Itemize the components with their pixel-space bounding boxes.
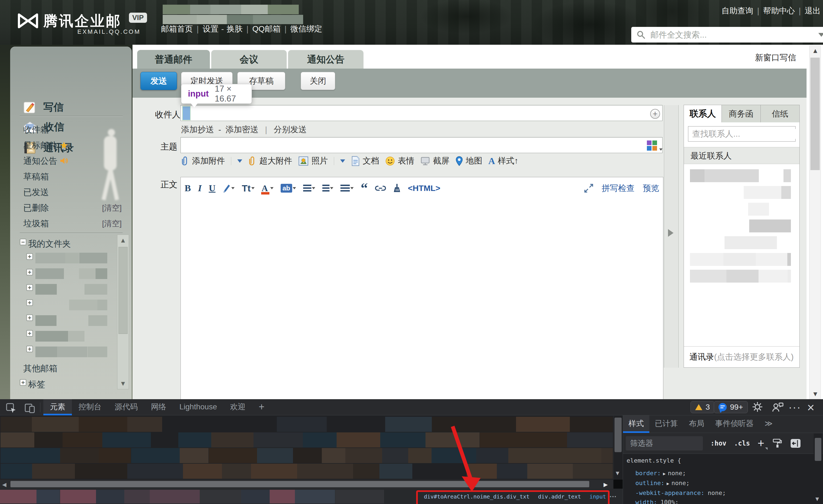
add-attachment-button[interactable]: 添加附件 [181, 155, 225, 167]
devtools-settings-icon[interactable] [752, 401, 763, 412]
font-size-button[interactable]: Tt [242, 183, 254, 194]
tab-meeting[interactable]: 会议 [211, 50, 287, 68]
css-rule-width[interactable]: width:100%; [635, 499, 679, 504]
tab-styles[interactable]: 样式 [623, 415, 649, 433]
expand-folder-icon[interactable]: + [26, 330, 33, 337]
link-logout[interactable]: 退出 [805, 5, 821, 16]
tab-lighthouse[interactable]: Lighthouse [173, 399, 223, 415]
subject-input[interactable] [180, 137, 663, 153]
hov-toggle[interactable]: :hov [710, 440, 726, 447]
sidebar-item-my-folders[interactable]: 我的文件夹 [28, 238, 71, 250]
new-style-rule-button[interactable]: + [758, 438, 765, 449]
css-rule-outline[interactable]: outline:▶none; [635, 480, 690, 486]
sidebar-item-deleted[interactable]: 已删除 [23, 202, 49, 214]
expand-folder-icon[interactable]: + [26, 284, 33, 291]
stationery-tab[interactable]: 信纸 [761, 105, 800, 123]
feedback-icon[interactable] [772, 402, 784, 412]
align-button[interactable] [303, 185, 315, 192]
clear-junk-button[interactable]: [清空] [102, 218, 122, 229]
add-cc-link[interactable]: 添加抄送 [181, 124, 214, 135]
sidebar-item-notice[interactable]: 通知公告 [23, 155, 68, 167]
dom-scroll-down-icon[interactable]: ▼ [615, 470, 621, 477]
expand-folder-icon[interactable]: + [26, 314, 33, 321]
dom-hscroll-thumb[interactable] [10, 481, 589, 487]
expand-folder-icon[interactable]: + [26, 269, 33, 276]
tab-normal-mail[interactable]: 普通邮件 [137, 50, 210, 68]
messages-badge[interactable]: 99+ [714, 401, 748, 413]
italic-button[interactable]: I [198, 183, 202, 193]
devtools-close-icon[interactable]: × [807, 400, 815, 415]
close-button[interactable]: 关闭 [301, 72, 335, 90]
attachment-dropdown-icon[interactable] [237, 159, 242, 163]
indent-button[interactable] [340, 185, 354, 192]
large-attachment-button[interactable]: 超大附件 [248, 155, 292, 167]
sidebar-item-drafts[interactable]: 草稿箱 [23, 171, 49, 182]
list-button[interactable] [322, 185, 333, 192]
pen-style-button[interactable] [222, 184, 234, 193]
nav-settings[interactable]: 设置 [203, 24, 219, 35]
tab-computed[interactable]: 已计算 [649, 415, 683, 433]
contacts-tab[interactable]: 联系人 [684, 105, 722, 123]
document-button[interactable]: 文档 [351, 155, 379, 167]
new-devtools-tab-button[interactable]: + [252, 399, 271, 415]
mail-search-input[interactable] [650, 30, 814, 40]
page-scroll-down-icon[interactable]: ▼ [810, 390, 821, 398]
blockquote-button[interactable]: “ [361, 184, 368, 192]
add-recipient-button[interactable]: + [650, 109, 660, 119]
tab-sources[interactable]: 源代码 [108, 399, 144, 415]
style-toggle-button[interactable]: A 样式↑ [488, 155, 518, 167]
screenshot-button[interactable]: 截屏 [420, 155, 449, 167]
tab-console[interactable]: 控制台 [72, 399, 108, 415]
panel-expander-strip[interactable] [664, 105, 679, 368]
spellcheck-link[interactable]: 拼写检查 [602, 183, 635, 194]
dom-scrollbar-thumb[interactable] [615, 417, 622, 452]
styles-scrollbar-thumb[interactable] [815, 438, 821, 461]
link-self-query[interactable]: 自助查询 [721, 5, 753, 16]
separate-send-link[interactable]: 分别发送 [274, 124, 307, 135]
scroll-down-icon[interactable]: ▼ [118, 380, 129, 387]
page-scroll-up-icon[interactable]: ▲ [810, 47, 821, 54]
sidebar-item-tags[interactable]: 标签 [28, 379, 45, 390]
tab-network[interactable]: 网络 [144, 399, 173, 415]
new-window-compose-link[interactable]: 新窗口写信 [755, 52, 796, 63]
emoticon-button[interactable]: 表情 [385, 155, 414, 167]
contacts-footer-link[interactable]: 通讯录 (点击选择更多联系人) [684, 346, 799, 367]
css-rule-appearance[interactable]: -webkit-appearance:none; [635, 489, 726, 496]
coverage-brush-icon[interactable] [772, 438, 782, 449]
clear-deleted-button[interactable]: [清空] [102, 203, 122, 213]
expand-folder-icon[interactable]: + [26, 299, 33, 306]
contact-search[interactable] [688, 126, 796, 142]
expand-folder-icon[interactable]: + [26, 346, 33, 352]
preview-link[interactable]: 预览 [643, 183, 659, 194]
clear-format-icon[interactable] [393, 183, 401, 193]
more-panel-tabs-icon[interactable]: ≫ [759, 415, 778, 433]
sidebar-item-other-mailbox[interactable]: 其他邮箱 [23, 363, 57, 374]
panel-toggle-icon[interactable] [790, 439, 801, 448]
font-color-button[interactable]: A [262, 183, 274, 193]
inspect-element-icon[interactable] [5, 403, 17, 414]
link-icon[interactable] [375, 185, 386, 192]
link-help-center[interactable]: 帮助中心 [763, 5, 795, 16]
highlight-button[interactable]: ab [281, 184, 296, 193]
sidebar-item-junk[interactable]: 垃圾箱 [23, 218, 49, 229]
html-source-button[interactable]: <HTML> [408, 184, 440, 193]
expand-folder-icon[interactable]: + [26, 253, 33, 260]
nav-wechat-bind[interactable]: 微信绑定 [290, 24, 322, 35]
underline-button[interactable]: U [209, 183, 216, 193]
sidebar-scrollbar-thumb[interactable] [119, 247, 128, 334]
nav-mail-home[interactable]: 邮箱首页 [161, 24, 193, 35]
stationery-picker[interactable] [647, 141, 663, 151]
tab-notice[interactable]: 通知公告 [288, 50, 363, 68]
warnings-badge[interactable]: 3 [690, 401, 715, 413]
sidebar-item-sent[interactable]: 已发送 [23, 187, 49, 198]
sidebar-compose-button[interactable]: 写信 [23, 101, 64, 114]
tab-elements[interactable]: 元素 [43, 399, 72, 415]
tab-event-listeners[interactable]: 事件侦听器 [710, 415, 759, 433]
sidebar-item-inbox[interactable]: 收件箱 [23, 124, 49, 136]
page-scrollbar-thumb[interactable] [810, 58, 820, 170]
styles-filter-input[interactable]: 筛选器 [626, 436, 703, 451]
sidebar-item-starred[interactable]: 星标邮件 ★ [23, 140, 68, 151]
expand-editor-icon[interactable] [584, 184, 594, 193]
cls-toggle[interactable]: .cls [734, 440, 750, 447]
photo-button[interactable]: 照片 [298, 155, 328, 167]
